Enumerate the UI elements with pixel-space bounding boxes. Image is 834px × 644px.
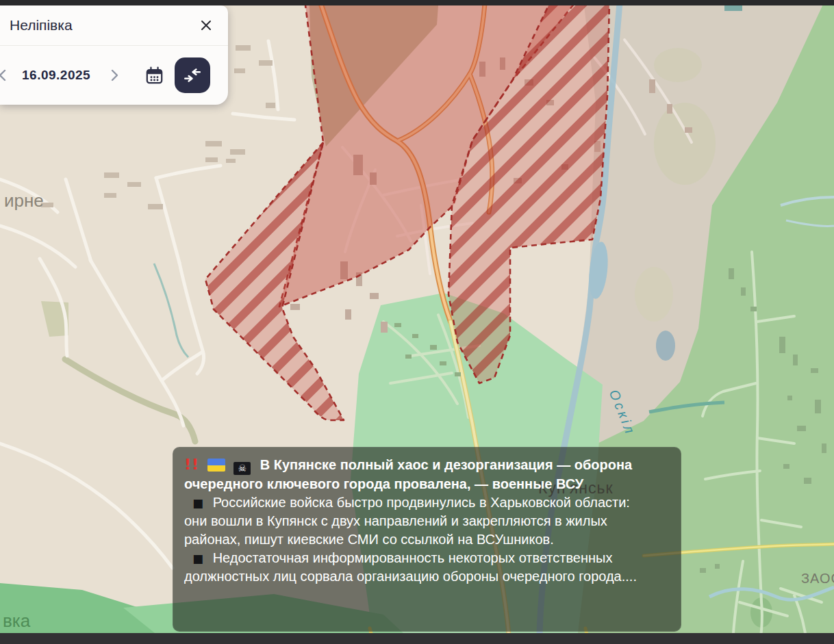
window-top-edge — [0, 0, 834, 5]
chevron-right-icon — [108, 68, 121, 83]
place-name: Неліпівка — [10, 17, 73, 34]
chevron-left-icon — [0, 68, 8, 83]
black-square-bullet-icon: ■ — [192, 552, 203, 565]
search-panel-header: Неліпівка — [0, 5, 228, 45]
jump-to-latest-button[interactable] — [175, 57, 210, 93]
black-square-bullet-icon: ■ — [192, 496, 203, 510]
close-icon — [199, 18, 213, 32]
popup-paragraph: ■ Российские войска быстро продвинулись … — [184, 493, 641, 549]
app-screen: { "search_panel": { "place_name": "Неліп… — [0, 0, 834, 644]
popup-paragraph: ■ Недостаточная информированность некото… — [184, 549, 641, 586]
window-bottom-edge — [0, 633, 834, 644]
calendar-button[interactable] — [144, 65, 165, 86]
popup-title-text: В Купянске полный хаос и дезорганизация … — [184, 457, 632, 491]
popup-paragraph-text: Недостаточная информированность некоторы… — [184, 550, 637, 584]
popup-title: !! ☠ В Купянске полный хаос и дезорганиз… — [184, 454, 641, 493]
current-date: 16.09.2025 — [22, 68, 90, 83]
next-day-button[interactable] — [107, 66, 122, 84]
previous-day-button[interactable] — [0, 66, 10, 84]
close-button[interactable] — [197, 16, 216, 35]
pirate-flag-icon: ☠ — [233, 462, 251, 475]
news-popup[interactable]: !! ☠ В Купянске полный хаос и дезорганиз… — [173, 447, 681, 632]
ukraine-flag-icon — [207, 459, 225, 472]
date-navigation: 16.09.2025 — [0, 46, 228, 105]
calendar-icon — [145, 66, 164, 85]
double-exclamation-icon: !! — [184, 456, 199, 473]
popup-paragraph-text: Российские войска быстро продвинулись в … — [184, 495, 630, 547]
search-panel: Неліпівка 16.09.2025 — [0, 5, 228, 105]
converge-arrows-icon — [182, 65, 203, 86]
